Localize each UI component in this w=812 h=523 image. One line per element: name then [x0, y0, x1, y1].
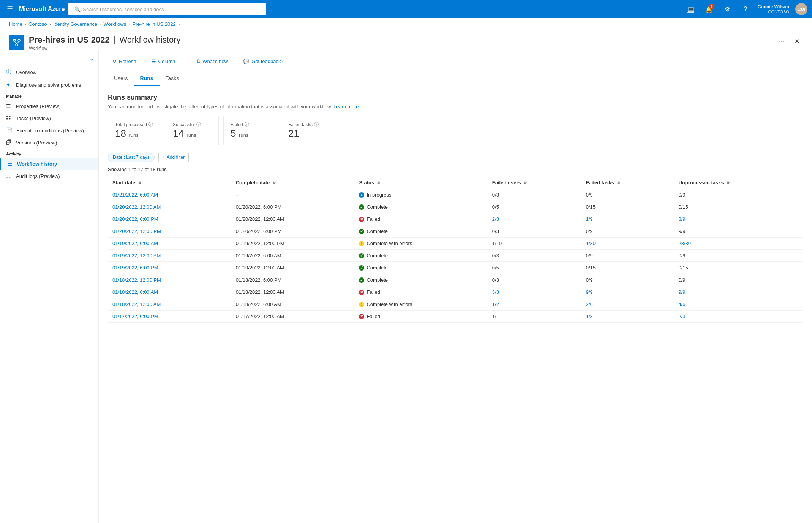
- whats-new-button[interactable]: ⧉ What's new: [192, 56, 232, 67]
- col-start-date[interactable]: Start date ⇵: [108, 177, 231, 189]
- cell-complete-date: 01/19/2022, 6:00 AM: [231, 250, 355, 262]
- topnav-icon-group: 💻 🔔 1 ⚙ ? Connie Wilson CONTOSO CW: [685, 3, 807, 15]
- notifications-icon[interactable]: 🔔 1: [703, 3, 715, 15]
- cell-unprocessed-tasks[interactable]: 9/9: [674, 286, 803, 298]
- sidebar-item-tasks[interactable]: ☷ Tasks (Preview): [0, 112, 98, 124]
- cell-failed-users[interactable]: 3/3: [488, 286, 581, 298]
- cell-complete-date: 01/19/2022, 12:00 PM: [231, 238, 355, 250]
- sidebar-item-overview[interactable]: ⓘ Overview: [0, 66, 98, 79]
- col-unprocessed-tasks[interactable]: Unprocessed tasks ⇵: [674, 177, 803, 189]
- cell-failed-users[interactable]: 1/1: [488, 311, 581, 323]
- settings-icon[interactable]: ⚙: [721, 3, 733, 15]
- cell-failed-tasks[interactable]: 1/30: [581, 238, 674, 250]
- col-failed-users[interactable]: Failed users ⇵: [488, 177, 581, 189]
- sidebar-item-properties[interactable]: ☰ Properties (Preview): [0, 100, 98, 112]
- sidebar-item-versions[interactable]: 🗐 Versions (Preview): [0, 136, 98, 149]
- info-icon-successful: ⓘ: [196, 121, 201, 128]
- date-filter-chip[interactable]: Date : Last 7 days: [108, 153, 155, 162]
- sidebar-item-audit-logs[interactable]: ☷ Audit logs (Preview): [0, 170, 98, 182]
- cell-status: ✓Complete: [354, 262, 487, 274]
- toolbar: ↻ Refresh ☰ Column ⧉ What's new 💬 Got fe…: [99, 51, 812, 71]
- breadcrumb-prehire[interactable]: Pre-hire in US 2022: [133, 21, 176, 27]
- user-avatar[interactable]: CW: [795, 3, 807, 15]
- cell-unprocessed-tasks: 0/9: [674, 250, 803, 262]
- tab-tasks[interactable]: Tasks: [160, 71, 185, 86]
- breadcrumb-home[interactable]: Home: [9, 21, 22, 27]
- close-button[interactable]: ✕: [791, 35, 803, 47]
- svg-point-1: [18, 39, 20, 41]
- cell-start-date[interactable]: 01/21/2022, 6:00 AM: [108, 189, 231, 201]
- brand-logo[interactable]: Microsoft Azure: [19, 6, 65, 13]
- col-failed-tasks[interactable]: Failed tasks ⇵: [581, 177, 674, 189]
- hamburger-menu-icon[interactable]: ☰: [5, 3, 15, 16]
- cell-unprocessed-tasks: 0/9: [674, 274, 803, 286]
- cell-failed-tasks[interactable]: 1/9: [581, 213, 674, 225]
- cell-unprocessed-tasks: 9/9: [674, 225, 803, 238]
- cell-failed-users: 0/5: [488, 262, 581, 274]
- cell-unprocessed-tasks[interactable]: 2/3: [674, 311, 803, 323]
- sidebar-item-workflow-history[interactable]: ☰ Workflow history: [0, 158, 98, 170]
- breadcrumb-identity-governance[interactable]: Identity Governance: [53, 21, 97, 27]
- cell-start-date[interactable]: 01/18/2022, 6:00 AM: [108, 286, 231, 298]
- cell-start-date[interactable]: 01/19/2022, 6:00 AM: [108, 238, 231, 250]
- sidebar-item-execution[interactable]: 📄 Execution conditions (Preview): [0, 124, 98, 136]
- sidebar-section-activity: Activity: [0, 149, 98, 158]
- global-search-input[interactable]: 🔍 Search resources, services and docs: [68, 3, 266, 15]
- cell-start-date[interactable]: 01/20/2022, 6:00 PM: [108, 213, 231, 225]
- card-failed: Failed ⓘ 5 runs: [223, 116, 276, 145]
- cell-start-date[interactable]: 01/18/2022, 12:00 PM: [108, 274, 231, 286]
- cell-failed-tasks[interactable]: 2/6: [581, 298, 674, 311]
- cell-start-date[interactable]: 01/20/2022, 12:00 AM: [108, 201, 231, 213]
- cell-failed-users[interactable]: 2/3: [488, 213, 581, 225]
- cell-failed-tasks[interactable]: 9/9: [581, 286, 674, 298]
- cell-failed-tasks[interactable]: 1/3: [581, 311, 674, 323]
- page-header: Pre-hires in US 2022 | Workflow history …: [0, 30, 812, 51]
- learn-more-link[interactable]: Learn more: [333, 104, 359, 109]
- cell-start-date[interactable]: 01/19/2022, 12:00 AM: [108, 250, 231, 262]
- cell-failed-users[interactable]: 1/2: [488, 298, 581, 311]
- breadcrumb-contoso[interactable]: Contoso: [28, 21, 47, 27]
- summary-cards: Total processed ⓘ 18 runs Successful ⓘ 1…: [108, 116, 803, 145]
- svg-line-3: [14, 41, 17, 44]
- add-filter-button[interactable]: + Add filter: [158, 153, 189, 162]
- tab-runs[interactable]: Runs: [134, 71, 160, 86]
- cell-failed-users[interactable]: 1/10: [488, 238, 581, 250]
- cell-failed-users: 0/3: [488, 250, 581, 262]
- overview-icon: ⓘ: [6, 69, 12, 76]
- col-complete-date[interactable]: Complete date ⇵: [231, 177, 355, 189]
- sort-icon-failed-tasks: ⇵: [617, 181, 620, 185]
- cell-failed-users: 0/3: [488, 189, 581, 201]
- table-row: 01/17/2022, 6:00 PM01/17/2022, 12:00 AM✕…: [108, 311, 803, 323]
- refresh-button[interactable]: ↻ Refresh: [108, 56, 141, 67]
- cell-failed-users: 0/3: [488, 225, 581, 238]
- cell-unprocessed-tasks[interactable]: 8/9: [674, 213, 803, 225]
- page-divider: |: [114, 35, 116, 45]
- column-button[interactable]: ☰ Column: [147, 56, 180, 67]
- cell-start-date[interactable]: 01/19/2022, 6:00 PM: [108, 262, 231, 274]
- sidebar-item-diagnose[interactable]: ✦ Diagnose and solve problems: [0, 79, 98, 91]
- cell-status: ✕Failed: [354, 311, 487, 323]
- breadcrumb-sep-1: ›: [25, 21, 26, 27]
- sidebar-collapse-button[interactable]: «: [90, 56, 94, 63]
- tab-users[interactable]: Users: [108, 71, 134, 86]
- cell-unprocessed-tasks[interactable]: 28/30: [674, 238, 803, 250]
- cell-unprocessed-tasks: 0/15: [674, 262, 803, 274]
- breadcrumb-workflows[interactable]: Workflows: [104, 21, 126, 27]
- col-status[interactable]: Status ⇵: [354, 177, 487, 189]
- cell-unprocessed-tasks[interactable]: 4/6: [674, 298, 803, 311]
- svg-point-2: [16, 44, 18, 46]
- cell-start-date[interactable]: 01/20/2022, 12:00 PM: [108, 225, 231, 238]
- table-row: 01/19/2022, 6:00 AM01/19/2022, 12:00 PM!…: [108, 238, 803, 250]
- breadcrumb: Home › Contoso › Identity Governance › W…: [0, 18, 812, 30]
- feedback-button[interactable]: 💬 Got feedback?: [239, 56, 288, 67]
- more-options-button[interactable]: ···: [776, 36, 788, 47]
- cloud-shell-icon[interactable]: 💻: [685, 3, 697, 15]
- tasks-icon: ☷: [6, 115, 12, 121]
- workflow-history-icon: ☰: [7, 161, 13, 167]
- cell-start-date[interactable]: 01/17/2022, 6:00 PM: [108, 311, 231, 323]
- table-row: 01/20/2022, 6:00 PM01/20/2022, 12:00 AM✕…: [108, 213, 803, 225]
- cell-start-date[interactable]: 01/18/2022, 12:00 AM: [108, 298, 231, 311]
- tabs-bar: Users Runs Tasks: [99, 71, 812, 86]
- help-icon[interactable]: ?: [739, 3, 752, 15]
- card-total-processed: Total processed ⓘ 18 runs: [108, 116, 161, 145]
